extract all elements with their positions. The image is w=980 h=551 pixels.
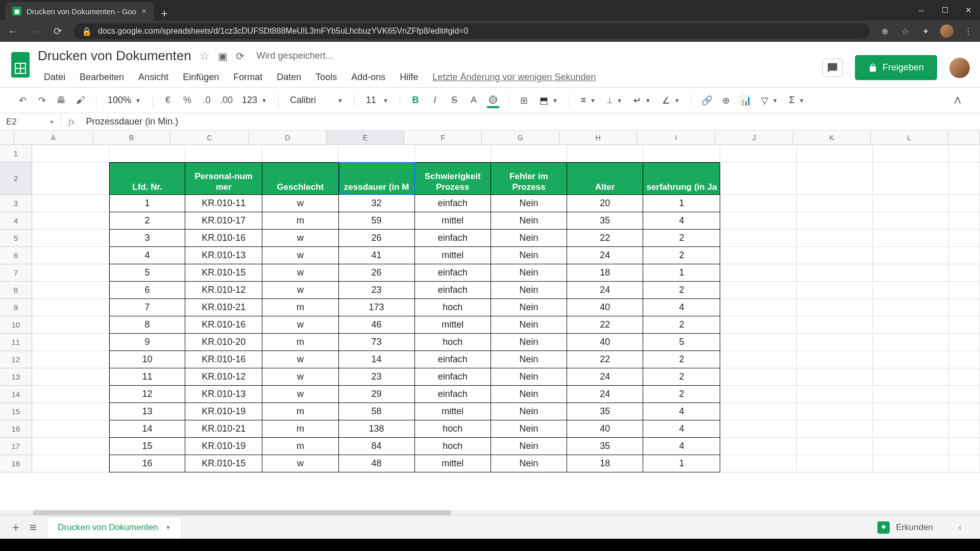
cell-reference-input[interactable]: E2▼ bbox=[0, 113, 61, 130]
empty-cell[interactable] bbox=[32, 212, 109, 230]
empty-cell[interactable] bbox=[720, 455, 796, 472]
empty-cell[interactable] bbox=[32, 316, 109, 334]
sidebar-toggle-button[interactable]: ‹ bbox=[952, 522, 968, 533]
table-data-cell[interactable]: m bbox=[262, 420, 338, 438]
table-data-cell[interactable]: 24 bbox=[567, 386, 643, 403]
table-data-cell[interactable]: w bbox=[262, 386, 338, 403]
all-sheets-button[interactable]: ≡ bbox=[30, 520, 37, 535]
table-data-cell[interactable]: KR.010-15 bbox=[185, 455, 262, 472]
table-data-cell[interactable]: einfach bbox=[415, 351, 491, 368]
empty-cell[interactable] bbox=[720, 316, 796, 334]
table-data-cell[interactable]: Nein bbox=[491, 212, 567, 230]
extensions-icon[interactable]: ✦ bbox=[920, 26, 931, 37]
table-data-cell[interactable]: mittel bbox=[415, 403, 491, 420]
table-data-cell[interactable]: 1 bbox=[109, 195, 185, 212]
empty-cell[interactable] bbox=[797, 282, 873, 299]
table-data-cell[interactable]: einfach bbox=[415, 282, 491, 299]
table-data-cell[interactable]: Nein bbox=[491, 438, 567, 455]
table-data-cell[interactable]: 40 bbox=[567, 299, 643, 316]
table-data-cell[interactable]: KR.010-16 bbox=[185, 316, 262, 334]
select-all-corner[interactable] bbox=[0, 131, 14, 144]
print-button[interactable]: 🖶 bbox=[53, 92, 69, 109]
table-data-cell[interactable]: 14 bbox=[109, 420, 185, 438]
col-header-K[interactable]: K bbox=[793, 131, 871, 144]
fill-color-button[interactable]: 🟢︎ bbox=[485, 92, 501, 109]
menu-insert[interactable]: Einfügen bbox=[177, 69, 225, 86]
table-data-cell[interactable]: m bbox=[262, 212, 338, 230]
empty-cell[interactable] bbox=[720, 264, 796, 282]
empty-cell[interactable] bbox=[797, 162, 873, 195]
empty-cell[interactable] bbox=[797, 455, 873, 472]
table-data-cell[interactable]: 3 bbox=[109, 230, 185, 247]
row-header[interactable]: 10 bbox=[0, 316, 32, 334]
empty-cell[interactable] bbox=[797, 247, 873, 264]
star-icon[interactable]: ☆ bbox=[899, 26, 911, 37]
zoom-dropdown[interactable]: 100%▼ bbox=[104, 92, 145, 109]
wrap-dropdown[interactable]: ↵▼ bbox=[629, 92, 655, 109]
empty-cell[interactable] bbox=[873, 264, 949, 282]
empty-cell[interactable] bbox=[873, 403, 949, 420]
row-header[interactable]: 12 bbox=[0, 351, 32, 368]
empty-cell[interactable] bbox=[797, 212, 873, 230]
table-header-cell[interactable]: Fehler im Prozess bbox=[491, 162, 567, 195]
explore-button[interactable]: ✦ Erkunden bbox=[868, 517, 942, 538]
empty-cell[interactable] bbox=[720, 420, 796, 438]
table-data-cell[interactable]: 2 bbox=[109, 212, 185, 230]
empty-cell[interactable] bbox=[949, 162, 980, 195]
doc-title[interactable]: Drucken von Dokumenten bbox=[38, 48, 191, 64]
empty-cell[interactable] bbox=[109, 145, 185, 162]
table-data-cell[interactable]: 24 bbox=[567, 247, 643, 264]
empty-cell[interactable] bbox=[32, 162, 109, 195]
table-data-cell[interactable]: mittel bbox=[415, 455, 491, 472]
empty-cell[interactable] bbox=[949, 316, 980, 334]
table-header-cell[interactable]: Personal-num mer bbox=[185, 162, 262, 195]
empty-cell[interactable] bbox=[873, 162, 949, 195]
text-color-button[interactable]: A bbox=[465, 92, 482, 109]
table-data-cell[interactable]: 1 bbox=[643, 455, 720, 472]
empty-cell[interactable] bbox=[720, 368, 796, 386]
new-tab-button[interactable]: + bbox=[154, 7, 175, 20]
table-header-cell[interactable]: serfahrung (in Ja bbox=[643, 162, 720, 195]
empty-cell[interactable] bbox=[32, 145, 109, 162]
table-data-cell[interactable]: 22 bbox=[567, 351, 643, 368]
table-data-cell[interactable]: KR.010-20 bbox=[185, 334, 262, 351]
empty-cell[interactable] bbox=[949, 455, 980, 472]
empty-cell[interactable] bbox=[720, 162, 796, 195]
chrome-menu-icon[interactable]: ⋮ bbox=[963, 26, 974, 37]
table-data-cell[interactable]: 10 bbox=[109, 351, 185, 368]
menu-file[interactable]: Datei bbox=[38, 69, 71, 86]
formula-input[interactable]: Prozessdauer (in Min.) bbox=[82, 116, 980, 127]
table-data-cell[interactable]: KR.010-12 bbox=[185, 282, 262, 299]
menu-tools[interactable]: Tools bbox=[309, 69, 343, 86]
star-doc-icon[interactable]: ☆ bbox=[200, 49, 210, 63]
table-data-cell[interactable]: 2 bbox=[643, 316, 720, 334]
table-data-cell[interactable]: 8 bbox=[109, 316, 185, 334]
empty-cell[interactable] bbox=[797, 334, 873, 351]
table-data-cell[interactable]: Nein bbox=[491, 264, 567, 282]
empty-cell[interactable] bbox=[32, 264, 109, 282]
rotate-dropdown[interactable]: ∠▼ bbox=[658, 92, 684, 109]
table-data-cell[interactable]: 26 bbox=[339, 230, 415, 247]
spreadsheet-grid[interactable]: ABCDEFGHIJKL 12Lfd. Nr.Personal-num merG… bbox=[0, 131, 980, 515]
table-data-cell[interactable]: 22 bbox=[567, 230, 643, 247]
empty-cell[interactable] bbox=[949, 368, 980, 386]
table-data-cell[interactable]: 18 bbox=[567, 455, 643, 472]
comment-button[interactable]: ⊕ bbox=[718, 92, 734, 109]
empty-cell[interactable] bbox=[873, 316, 949, 334]
empty-cell[interactable] bbox=[797, 145, 873, 162]
table-data-cell[interactable]: hoch bbox=[415, 299, 491, 316]
table-data-cell[interactable]: 84 bbox=[339, 438, 415, 455]
table-data-cell[interactable]: 12 bbox=[109, 386, 185, 403]
table-data-cell[interactable]: w bbox=[262, 351, 338, 368]
table-data-cell[interactable]: w bbox=[262, 195, 338, 212]
table-data-cell[interactable]: Nein bbox=[491, 351, 567, 368]
reload-button[interactable]: ⟳ bbox=[51, 25, 64, 37]
bold-button[interactable]: B bbox=[407, 92, 424, 109]
table-header-cell[interactable]: zessdauer (in M bbox=[339, 162, 415, 195]
table-data-cell[interactable]: 18 bbox=[567, 264, 643, 282]
move-doc-icon[interactable]: ▣ bbox=[218, 50, 228, 62]
empty-cell[interactable] bbox=[873, 455, 949, 472]
table-data-cell[interactable]: w bbox=[262, 455, 338, 472]
sheet-tab-active[interactable]: Drucken von Dokumenten ▼ bbox=[47, 517, 182, 538]
menu-view[interactable]: Ansicht bbox=[132, 69, 175, 86]
